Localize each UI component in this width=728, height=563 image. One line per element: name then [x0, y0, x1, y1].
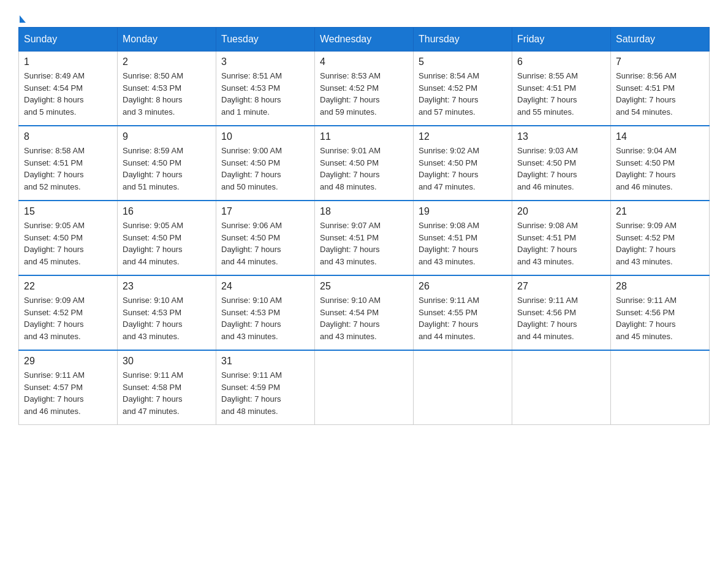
calendar-cell: 29Sunrise: 9:11 AMSunset: 4:57 PMDayligh… — [19, 350, 118, 425]
day-number: 29 — [24, 356, 112, 367]
day-info: Sunrise: 8:54 AMSunset: 4:52 PMDaylight:… — [419, 70, 507, 118]
day-number: 27 — [517, 281, 605, 292]
calendar-cell: 28Sunrise: 9:11 AMSunset: 4:56 PMDayligh… — [611, 275, 710, 350]
day-number: 16 — [123, 206, 211, 217]
day-info: Sunrise: 9:11 AMSunset: 4:55 PMDaylight:… — [419, 294, 507, 342]
day-info: Sunrise: 9:11 AMSunset: 4:57 PMDaylight:… — [24, 369, 112, 417]
calendar-cell: 17Sunrise: 9:06 AMSunset: 4:50 PMDayligh… — [216, 201, 315, 275]
calendar-cell: 22Sunrise: 9:09 AMSunset: 4:52 PMDayligh… — [19, 275, 118, 350]
header-monday: Monday — [118, 28, 216, 52]
day-info: Sunrise: 8:51 AMSunset: 4:53 PMDaylight:… — [221, 70, 309, 118]
calendar-cell: 25Sunrise: 9:10 AMSunset: 4:54 PMDayligh… — [315, 275, 414, 350]
day-number: 28 — [616, 281, 704, 292]
calendar-cell: 8Sunrise: 8:58 AMSunset: 4:51 PMDaylight… — [19, 126, 118, 201]
day-info: Sunrise: 9:04 AMSunset: 4:50 PMDaylight:… — [616, 145, 704, 193]
calendar-cell: 30Sunrise: 9:11 AMSunset: 4:58 PMDayligh… — [118, 350, 216, 425]
day-number: 26 — [419, 281, 507, 292]
day-info: Sunrise: 9:11 AMSunset: 4:56 PMDaylight:… — [616, 294, 704, 342]
day-number: 15 — [24, 206, 112, 217]
day-number: 10 — [221, 131, 309, 142]
calendar-cell: 16Sunrise: 9:05 AMSunset: 4:50 PMDayligh… — [118, 201, 216, 275]
day-number: 30 — [123, 356, 211, 367]
day-info: Sunrise: 9:08 AMSunset: 4:51 PMDaylight:… — [517, 220, 605, 267]
calendar-cell: 11Sunrise: 9:01 AMSunset: 4:50 PMDayligh… — [315, 126, 414, 201]
calendar-cell: 9Sunrise: 8:59 AMSunset: 4:50 PMDaylight… — [118, 126, 216, 201]
calendar-cell: 31Sunrise: 9:11 AMSunset: 4:59 PMDayligh… — [216, 350, 315, 425]
calendar-cell — [315, 350, 414, 425]
day-number: 11 — [320, 131, 408, 142]
day-number: 3 — [221, 56, 309, 67]
day-info: Sunrise: 9:07 AMSunset: 4:51 PMDaylight:… — [320, 220, 408, 267]
day-info: Sunrise: 9:10 AMSunset: 4:54 PMDaylight:… — [320, 294, 408, 342]
week-row-1: 1Sunrise: 8:49 AMSunset: 4:54 PMDaylight… — [19, 52, 710, 126]
calendar-cell: 10Sunrise: 9:00 AMSunset: 4:50 PMDayligh… — [216, 126, 315, 201]
calendar-cell: 23Sunrise: 9:10 AMSunset: 4:53 PMDayligh… — [118, 275, 216, 350]
week-row-3: 15Sunrise: 9:05 AMSunset: 4:50 PMDayligh… — [19, 201, 710, 275]
calendar-cell: 15Sunrise: 9:05 AMSunset: 4:50 PMDayligh… — [19, 201, 118, 275]
day-number: 24 — [221, 281, 309, 292]
logo — [18, 12, 26, 21]
calendar-cell: 3Sunrise: 8:51 AMSunset: 4:53 PMDaylight… — [216, 52, 315, 126]
day-info: Sunrise: 9:01 AMSunset: 4:50 PMDaylight:… — [320, 145, 408, 193]
day-number: 6 — [517, 56, 605, 67]
calendar-cell: 5Sunrise: 8:54 AMSunset: 4:52 PMDaylight… — [414, 52, 512, 126]
day-info: Sunrise: 8:50 AMSunset: 4:53 PMDaylight:… — [123, 70, 211, 118]
day-info: Sunrise: 9:03 AMSunset: 4:50 PMDaylight:… — [517, 145, 605, 193]
day-info: Sunrise: 9:05 AMSunset: 4:50 PMDaylight:… — [123, 220, 211, 267]
calendar-cell: 1Sunrise: 8:49 AMSunset: 4:54 PMDaylight… — [19, 52, 118, 126]
day-info: Sunrise: 9:08 AMSunset: 4:51 PMDaylight:… — [419, 220, 507, 267]
calendar-cell: 27Sunrise: 9:11 AMSunset: 4:56 PMDayligh… — [512, 275, 611, 350]
calendar-cell: 2Sunrise: 8:50 AMSunset: 4:53 PMDaylight… — [118, 52, 216, 126]
header-friday: Friday — [512, 28, 611, 52]
calendar-cell — [611, 350, 710, 425]
day-number: 23 — [123, 281, 211, 292]
day-number: 17 — [221, 206, 309, 217]
day-number: 18 — [320, 206, 408, 217]
calendar-cell: 4Sunrise: 8:53 AMSunset: 4:52 PMDaylight… — [315, 52, 414, 126]
calendar-cell — [414, 350, 512, 425]
day-info: Sunrise: 9:09 AMSunset: 4:52 PMDaylight:… — [24, 294, 112, 342]
day-info: Sunrise: 8:58 AMSunset: 4:51 PMDaylight:… — [24, 145, 112, 193]
calendar-cell: 20Sunrise: 9:08 AMSunset: 4:51 PMDayligh… — [512, 201, 611, 275]
calendar-cell: 14Sunrise: 9:04 AMSunset: 4:50 PMDayligh… — [611, 126, 710, 201]
day-info: Sunrise: 8:49 AMSunset: 4:54 PMDaylight:… — [24, 70, 112, 118]
calendar-table: SundayMondayTuesdayWednesdayThursdayFrid… — [18, 27, 710, 425]
day-number: 25 — [320, 281, 408, 292]
header-wednesday: Wednesday — [315, 28, 414, 52]
day-number: 4 — [320, 56, 408, 67]
day-info: Sunrise: 9:02 AMSunset: 4:50 PMDaylight:… — [419, 145, 507, 193]
day-info: Sunrise: 9:10 AMSunset: 4:53 PMDaylight:… — [221, 294, 309, 342]
day-number: 20 — [517, 206, 605, 217]
header-saturday: Saturday — [611, 28, 710, 52]
day-number: 9 — [123, 131, 211, 142]
day-info: Sunrise: 8:56 AMSunset: 4:51 PMDaylight:… — [616, 70, 704, 118]
day-info: Sunrise: 8:55 AMSunset: 4:51 PMDaylight:… — [517, 70, 605, 118]
day-number: 1 — [24, 56, 112, 67]
day-number: 31 — [221, 356, 309, 367]
calendar-cell: 13Sunrise: 9:03 AMSunset: 4:50 PMDayligh… — [512, 126, 611, 201]
calendar-cell: 7Sunrise: 8:56 AMSunset: 4:51 PMDaylight… — [611, 52, 710, 126]
day-info: Sunrise: 9:11 AMSunset: 4:56 PMDaylight:… — [517, 294, 605, 342]
day-number: 2 — [123, 56, 211, 67]
calendar-cell: 6Sunrise: 8:55 AMSunset: 4:51 PMDaylight… — [512, 52, 611, 126]
header-tuesday: Tuesday — [216, 28, 315, 52]
day-number: 7 — [616, 56, 704, 67]
header-thursday: Thursday — [414, 28, 512, 52]
page-header — [18, 12, 710, 21]
day-number: 22 — [24, 281, 112, 292]
day-number: 14 — [616, 131, 704, 142]
day-number: 12 — [419, 131, 507, 142]
calendar-cell: 18Sunrise: 9:07 AMSunset: 4:51 PMDayligh… — [315, 201, 414, 275]
day-info: Sunrise: 9:00 AMSunset: 4:50 PMDaylight:… — [221, 145, 309, 193]
day-number: 13 — [517, 131, 605, 142]
calendar-cell: 19Sunrise: 9:08 AMSunset: 4:51 PMDayligh… — [414, 201, 512, 275]
day-info: Sunrise: 9:09 AMSunset: 4:52 PMDaylight:… — [616, 220, 704, 267]
calendar-header-row: SundayMondayTuesdayWednesdayThursdayFrid… — [19, 28, 710, 52]
day-info: Sunrise: 9:11 AMSunset: 4:58 PMDaylight:… — [123, 369, 211, 417]
day-number: 5 — [419, 56, 507, 67]
calendar-cell: 12Sunrise: 9:02 AMSunset: 4:50 PMDayligh… — [414, 126, 512, 201]
logo-triangle-icon — [20, 15, 26, 23]
day-info: Sunrise: 8:59 AMSunset: 4:50 PMDaylight:… — [123, 145, 211, 193]
calendar-cell — [512, 350, 611, 425]
header-sunday: Sunday — [19, 28, 118, 52]
